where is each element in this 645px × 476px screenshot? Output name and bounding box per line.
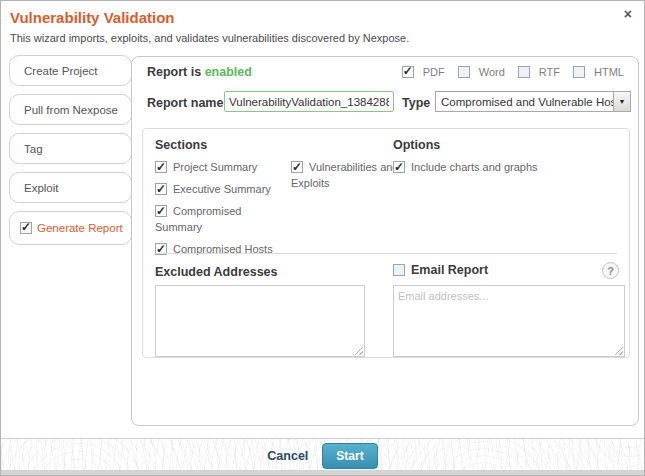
checkbox-rtf[interactable]: RTF <box>518 66 560 78</box>
page-title: Vulnerability Validation <box>10 9 174 26</box>
excluded-addresses-label: Excluded Addresses <box>155 265 278 279</box>
start-button[interactable]: Start <box>322 443 377 469</box>
excluded-addresses-textarea[interactable] <box>155 285 365 357</box>
checkbox-label: Include charts and graphs <box>411 161 538 173</box>
checkbox-label: Email Report <box>411 263 488 277</box>
checkbox-email-report[interactable]: Email Report <box>393 263 488 277</box>
checkbox-label: RTF <box>539 66 560 78</box>
wizard-description: This wizard imports, exploits, and valid… <box>10 32 409 44</box>
report-status: Report is enabled <box>147 65 252 79</box>
checkbox-checked-icon[interactable] <box>402 66 414 78</box>
email-addresses-textarea[interactable] <box>393 285 625 357</box>
checkbox-checked-icon[interactable] <box>155 205 167 217</box>
dropdown-arrow-icon[interactable]: ▼ <box>613 92 630 111</box>
report-name-input[interactable] <box>224 91 394 112</box>
options-column: Include charts and graphs <box>393 159 613 175</box>
tab-label: Exploit <box>24 182 59 194</box>
checkbox-label: Word <box>479 66 505 78</box>
checkbox-checked-icon[interactable] <box>291 161 303 173</box>
checkbox-label: Vulnerabilities and Exploits <box>291 161 398 189</box>
close-icon[interactable]: × <box>624 7 632 21</box>
tab-label: Create Project <box>24 65 98 77</box>
tab-label: Generate Report <box>37 222 123 234</box>
tab-create-project[interactable]: Create Project <box>9 55 132 86</box>
report-status-prefix: Report is <box>147 65 201 79</box>
checkbox-label: Compromised Summary <box>155 205 241 233</box>
tab-tag[interactable]: Tag <box>9 133 132 164</box>
tab-generate-report[interactable]: Generate Report <box>9 211 132 245</box>
wizard-footer: Cancel Start <box>1 438 644 472</box>
checkbox-checked-icon[interactable] <box>20 222 32 234</box>
tab-label: Tag <box>24 143 43 155</box>
format-checkbox-group: PDF Word RTF HTML <box>402 66 624 78</box>
checkbox-project-summary[interactable]: Project Summary <box>155 159 285 175</box>
dialog-bottom-edge <box>1 470 644 475</box>
sections-heading: Sections <box>155 138 207 152</box>
tab-label: Pull from Nexpose <box>24 104 118 116</box>
generate-report-panel: Report is enabled PDF Word RTF HTML Repo… <box>131 56 639 426</box>
checkbox-executive-summary[interactable]: Executive Summary <box>155 181 285 197</box>
checkbox-unchecked-icon[interactable] <box>518 66 530 78</box>
checkbox-label: Executive Summary <box>173 183 271 195</box>
email-addresses-field <box>393 285 625 357</box>
checkbox-label: Project Summary <box>173 161 257 173</box>
checkbox-compromised-summary[interactable]: Compromised Summary <box>155 203 285 235</box>
checkbox-checked-icon[interactable] <box>155 183 167 195</box>
report-type-select[interactable]: Compromised and Vulnerable Hosts ▼ <box>435 91 631 112</box>
checkbox-unchecked-icon[interactable] <box>573 66 585 78</box>
report-status-value: enabled <box>205 65 252 79</box>
checkbox-label: HTML <box>594 66 624 78</box>
checkbox-unchecked-icon[interactable] <box>393 264 405 276</box>
cancel-button[interactable]: Cancel <box>267 449 308 463</box>
checkbox-checked-icon[interactable] <box>155 161 167 173</box>
sections-column-1: Project Summary Executive Summary Compro… <box>155 159 285 263</box>
report-config-box: Sections Options Project Summary Executi… <box>142 128 630 358</box>
excluded-addresses-field <box>155 285 365 357</box>
report-type-label: Type <box>402 96 430 110</box>
checkbox-label: PDF <box>423 66 445 78</box>
checkbox-pdf[interactable]: PDF <box>402 66 445 78</box>
vulnerability-validation-wizard: Vulnerability Validation × This wizard i… <box>0 0 645 476</box>
checkbox-word[interactable]: Word <box>458 66 505 78</box>
checkbox-html[interactable]: HTML <box>573 66 624 78</box>
report-name-label: Report name <box>147 96 223 110</box>
checkbox-compromised-hosts[interactable]: Compromised Hosts <box>155 241 285 257</box>
options-heading: Options <box>393 138 440 152</box>
checkbox-unchecked-icon[interactable] <box>458 66 470 78</box>
checkbox-include-charts-and-graphs[interactable]: Include charts and graphs <box>393 159 613 175</box>
section-divider <box>155 253 617 254</box>
help-icon[interactable]: ? <box>602 262 619 279</box>
selected-option: Compromised and Vulnerable Hosts <box>436 96 613 108</box>
tab-pull-from-nexpose[interactable]: Pull from Nexpose <box>9 94 132 125</box>
tab-exploit[interactable]: Exploit <box>9 172 132 203</box>
checkbox-checked-icon[interactable] <box>393 161 405 173</box>
